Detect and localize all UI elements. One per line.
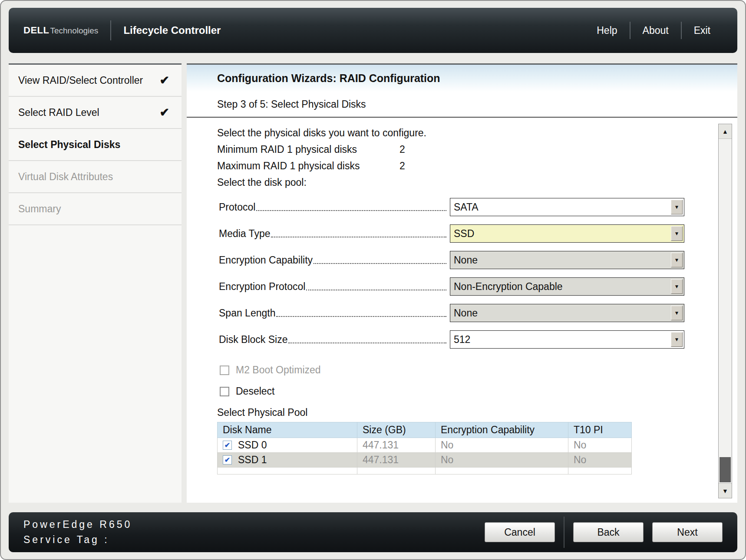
ssd1-checkbox[interactable]: ✔ [223,455,232,464]
empty-cell [218,468,357,474]
table-header-row: Disk Name Size (GB) Encryption Capabilit… [218,422,632,438]
footer-divider [564,517,564,548]
protocol-dropdown[interactable]: SATA ▼ [450,198,684,216]
protocol-label-wrap: Protocol [219,201,450,213]
span-length-value: None [450,304,670,322]
scroll-down-button[interactable]: ▼ [719,483,732,498]
dropdown-arrow-icon[interactable]: ▼ [671,332,683,347]
dot-leader [288,343,446,343]
step-label: Summary [18,203,61,215]
dropdown-arrow-icon[interactable]: ▼ [671,200,683,214]
disk-block-size-label-wrap: Disk Block Size [219,334,450,346]
dropdown-arrow-icon[interactable]: ▼ [671,279,683,294]
system-info: PowerEdge R650 Service Tag : [23,517,132,547]
deselect-label: Deselect [236,385,274,397]
encryption-capability-label-wrap: Encryption Capability [219,254,450,266]
physical-disk-table: Disk Name Size (GB) Encryption Capabilit… [217,422,632,474]
help-link[interactable]: Help [584,25,629,36]
step-progress-label: Step 3 of 5: Select Physical Disks [187,92,737,118]
encryption-protocol-field-row: Encryption Protocol Non-Encryption Capab… [219,277,698,296]
m2-boot-optimized-row: M2 Boot Optimized [220,364,698,376]
checkmark-icon: ✔ [159,105,169,119]
cancel-button[interactable]: Cancel [485,522,555,542]
disk-block-size-dropdown[interactable]: 512 ▼ [450,330,684,349]
table-empty-row [218,468,632,474]
sidebar-step-virtual-disk-attributes: Virtual Disk Attributes [9,161,182,193]
back-button[interactable]: Back [573,522,644,542]
protocol-field-row: Protocol SATA ▼ [219,198,698,216]
size-header: Size (GB) [357,422,436,438]
max-disks-label: Maximum RAID 1 physical disks [217,160,399,172]
header-menu: Help About Exit [584,22,723,39]
table-row-ssd1: ✔ SSD 1 447.131 No No [218,453,632,468]
disk-encryption-cell: No [436,453,568,468]
sidebar-step-select-physical-disks[interactable]: Select Physical Disks [9,129,182,161]
min-disks-label: Minimum RAID 1 physical disks [217,144,399,155]
dot-leader [271,237,446,237]
wizard-content: Select the physical disks you want to co… [187,118,737,503]
scroll-up-button[interactable]: ▲ [719,124,732,139]
deselect-row: Deselect [220,385,698,397]
step-label: View RAID/Select Controller [18,75,143,86]
dell-logo-text: DELL [23,25,49,36]
header-divider [110,20,111,40]
encryption-capability-dropdown[interactable]: None ▼ [450,251,684,269]
sidebar-step-view-raid-select-controller[interactable]: View RAID/Select Controller ✔ [9,65,182,97]
step-label: Select RAID Level [18,107,99,119]
protocol-label: Protocol [219,201,255,213]
dot-leader [314,263,446,264]
app-title: Lifecycle Controller [123,24,221,36]
disk-name-cell: ✔ SSD 1 [218,453,357,468]
step-label: Virtual Disk Attributes [18,171,113,183]
m2-boot-optimized-label: M2 Boot Optimized [236,364,321,376]
checkmark-icon: ✔ [159,73,169,87]
ssd0-checkbox[interactable]: ✔ [223,441,232,450]
disk-name: SSD 0 [238,439,267,451]
next-button[interactable]: Next [652,522,723,542]
bottom-status-bar: PowerEdge R650 Service Tag : Cancel Back… [9,512,737,552]
disk-encryption-cell: No [436,438,568,453]
scroll-down-icon: ▼ [722,488,728,494]
physical-pool-title: Select Physical Pool [217,407,698,418]
disk-name-cell: ✔ SSD 0 [218,438,357,453]
encryption-protocol-value: Non-Encryption Capable [450,278,670,295]
wizard-main-panel: Configuration Wizards: RAID Configuratio… [187,63,737,503]
disk-block-size-value: 512 [450,331,670,348]
min-disks-row: Minimum RAID 1 physical disks 2 [217,144,698,155]
min-disks-value: 2 [399,144,405,155]
about-link[interactable]: About [630,25,681,36]
media-type-dropdown[interactable]: SSD ▼ [450,224,684,243]
vertical-scrollbar[interactable]: ▲ ▼ [718,124,732,498]
max-disks-value: 2 [399,160,405,172]
content-region: View RAID/Select Controller ✔ Select RAI… [9,63,737,503]
dropdown-arrow-icon[interactable]: ▼ [671,226,683,241]
service-tag-label: Service Tag : [23,532,132,547]
disk-block-size-label: Disk Block Size [219,334,287,346]
empty-cell [436,468,568,474]
dropdown-arrow-icon[interactable]: ▼ [671,306,683,320]
encryption-protocol-label-wrap: Encryption Protocol [219,281,450,293]
disk-t10-cell: No [568,453,632,468]
dot-leader [256,210,446,211]
exit-link[interactable]: Exit [682,25,723,36]
server-model-label: PowerEdge R650 [23,517,132,532]
sidebar-step-select-raid-level[interactable]: Select RAID Level ✔ [9,97,182,129]
empty-cell [568,468,632,474]
encryption-protocol-dropdown[interactable]: Non-Encryption Capable ▼ [450,277,684,296]
encryption-capability-value: None [450,251,670,269]
span-length-dropdown[interactable]: None ▼ [450,304,684,322]
media-type-label: Media Type [219,228,270,240]
page-title: Configuration Wizards: RAID Configuratio… [187,65,737,92]
scrollbar-track[interactable] [719,139,732,483]
media-type-label-wrap: Media Type [219,228,450,240]
deselect-checkbox[interactable] [220,387,229,396]
span-length-field-row: Span Length None ▼ [219,304,698,322]
scrollbar-thumb[interactable] [720,457,731,482]
disk-size-cell: 447.131 [357,438,436,453]
dropdown-arrow-icon[interactable]: ▼ [671,253,683,267]
wizard-nav-buttons: Cancel Back Next [476,517,723,548]
media-type-value: SSD [450,225,670,242]
disk-size-cell: 447.131 [357,453,436,468]
checkbox-section: M2 Boot Optimized Deselect [217,364,698,397]
media-type-field-row: Media Type SSD ▼ [219,224,698,243]
